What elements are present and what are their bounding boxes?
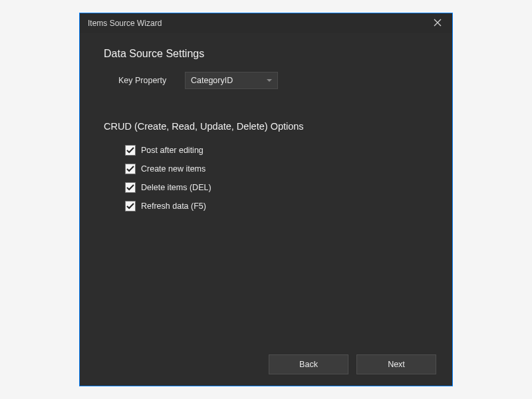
next-button[interactable]: Next — [356, 354, 436, 374]
checkbox-post-after-editing[interactable]: Post after editing — [125, 145, 428, 156]
back-button-label: Back — [299, 360, 318, 369]
content-area: Data Source Settings Key Property Catego… — [80, 33, 452, 350]
checkbox-icon — [125, 201, 136, 211]
window-title: Items Source Wizard — [88, 19, 428, 28]
footer: Back Next — [80, 350, 452, 386]
next-button-label: Next — [388, 360, 405, 369]
key-property-row: Key Property CategoryID — [118, 72, 428, 89]
wizard-dialog: Items Source Wizard Data Source Settings… — [79, 13, 453, 386]
chevron-down-icon — [267, 79, 272, 82]
close-icon — [434, 19, 442, 29]
titlebar: Items Source Wizard — [80, 13, 452, 33]
checkbox-refresh-data[interactable]: Refresh data (F5) — [125, 201, 428, 211]
crud-options-list: Post after editing Create new items Dele… — [125, 145, 428, 211]
close-button[interactable] — [428, 14, 447, 33]
checkbox-label: Refresh data (F5) — [141, 201, 206, 211]
key-property-label: Key Property — [118, 76, 185, 85]
checkbox-create-new-items[interactable]: Create new items — [125, 164, 428, 174]
checkbox-label: Delete items (DEL) — [141, 183, 211, 192]
checkbox-delete-items[interactable]: Delete items (DEL) — [125, 182, 428, 193]
checkbox-icon — [125, 164, 136, 174]
data-source-settings-title: Data Source Settings — [104, 48, 428, 60]
key-property-dropdown[interactable]: CategoryID — [185, 72, 278, 89]
checkbox-icon — [125, 182, 136, 193]
crud-options-title: CRUD (Create, Read, Update, Delete) Opti… — [104, 121, 428, 132]
key-property-value: CategoryID — [191, 76, 267, 85]
checkbox-label: Create new items — [141, 164, 205, 174]
back-button[interactable]: Back — [269, 354, 348, 374]
checkbox-icon — [125, 145, 136, 156]
checkbox-label: Post after editing — [141, 146, 203, 155]
